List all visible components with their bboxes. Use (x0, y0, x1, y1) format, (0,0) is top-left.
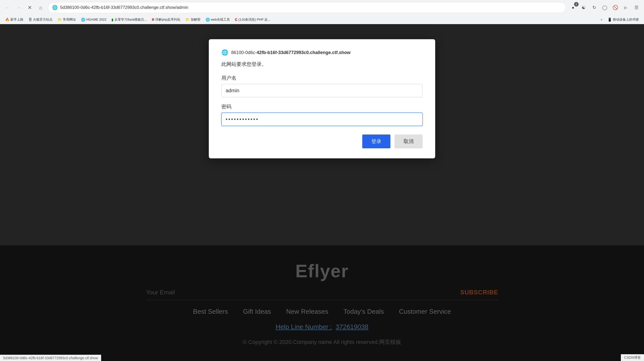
menu-button[interactable]: ☰ (632, 3, 641, 12)
bookmark-icon-changyong: 📁 (58, 18, 62, 22)
bookmark-icon-flask: ▮ (111, 18, 113, 22)
dialog-subtitle: 此网站要求您登录。 (221, 61, 423, 68)
bookmark-label-huohu: 火狐官方站点 (33, 17, 53, 22)
bookmark-icon-mobile: 📱 (608, 18, 612, 22)
address-bar[interactable]: 🌐 5d386100-0d6c-42fb-b16f-33d6772993c0.c… (48, 2, 566, 13)
dialog-header: 🌐 86100-0d6c-42fb-b16f-33d6772993c0.chal… (221, 49, 423, 56)
extra-button[interactable]: ▶ (621, 3, 630, 12)
dialog-overlay: 🌐 86100-0d6c-42fb-b16f-33d6772993c0.chal… (0, 24, 644, 361)
page-content: Eflyer SUBSCRIBE Best Sellers Gift Ideas… (0, 24, 644, 361)
history-button[interactable]: ↻ (590, 3, 599, 12)
bookmark-csdn[interactable]: C (116条消息) PHP 反... (233, 16, 272, 23)
dialog-domain-bold: 42fb-b16f-33d6772993c0.challenge.ctf.sho… (257, 50, 350, 55)
bookmark-mobile[interactable]: 📱 移动设备上的书签 (606, 16, 641, 23)
csdn-blog-label: CSDN博客 (621, 354, 644, 361)
block-button[interactable]: 🚫 (611, 3, 620, 12)
browser-chrome: ← → ✕ ⌂ 🌐 5d386100-0d6c-42fb-b16f-33d677… (0, 0, 644, 24)
bookmarks-more-button[interactable]: » (599, 17, 605, 22)
nav-buttons: ← → ✕ ⌂ (3, 3, 45, 12)
bookmark-icon-hgame: 🌐 (81, 18, 85, 22)
dialog-domain-prefix: 86100-0d6c- (231, 50, 257, 55)
dialog-globe-icon: 🌐 (221, 49, 228, 56)
badge-count: 8 (574, 2, 579, 7)
username-label: 用户名 (221, 75, 423, 81)
password-input[interactable] (221, 113, 423, 126)
back-button[interactable]: ← (3, 3, 12, 12)
bookmark-label-php: 详解php反序列化 (155, 17, 180, 22)
bookmark-label-mobile: 移动设备上的书签 (613, 17, 639, 22)
bookmark-icon-xinshoushanlu: 🔥 (5, 18, 9, 22)
bookmark-icon-huohu: 🗄 (28, 18, 32, 22)
bookmark-icon-php: B (152, 18, 154, 21)
bookmark-flask[interactable]: ▮ 从零学习flask模板注... (109, 16, 149, 23)
password-label: 密码 (221, 103, 423, 110)
bookmark-icon-csdn: C (235, 18, 237, 22)
bookmark-icon-webtools: 🌐 (206, 18, 210, 22)
login-button[interactable]: 登录 (362, 134, 390, 148)
sync-button[interactable]: ◯ (600, 3, 609, 12)
status-bar: 5d386100-0d6c-42fb-b16f-33d6772993c0.cha… (0, 355, 101, 361)
auth-dialog: 🌐 86100-0d6c-42fb-b16f-33d6772993c0.chal… (209, 39, 435, 158)
bookmark-jiemi[interactable]: 📁 加解密 (183, 16, 203, 23)
bookmark-hgame[interactable]: 🌐 HGAME 2022 (79, 17, 108, 23)
home-button[interactable]: ⌂ (36, 3, 45, 12)
browser-toolbar: ← → ✕ ⌂ 🌐 5d386100-0d6c-42fb-b16f-33d677… (0, 0, 644, 15)
username-input[interactable] (221, 84, 423, 97)
forward-button[interactable]: → (14, 3, 23, 12)
close-button[interactable]: ✕ (25, 3, 34, 12)
bookmark-label-csdn: (116条消息) PHP 反... (238, 17, 270, 22)
extension-icon: ● (572, 5, 575, 10)
bookmark-label-flask: 从零学习flask模板注... (114, 17, 147, 22)
globe-icon: 🌐 (52, 5, 58, 10)
bookmark-label-webtools: web在线工具 (211, 17, 230, 22)
cancel-button[interactable]: 取消 (394, 134, 423, 148)
bookmark-huohu[interactable]: 🗄 火狐官方站点 (26, 16, 55, 23)
bookmark-label-jiemi: 加解密 (191, 17, 200, 22)
bookmark-php[interactable]: B 详解php反序列化 (150, 16, 182, 23)
bookmarks-bar: 🔥 新手上路 🗄 火狐官方站点 📁 常用网址 🌐 HGAME 2022 ▮ 从零… (0, 15, 644, 24)
browser-actions: ● 8 ☯ ↻ ◯ 🚫 ▶ ☰ (569, 3, 641, 12)
url-input[interactable]: 5d386100-0d6c-42fb-b16f-33d6772993c0.cha… (60, 5, 562, 10)
bookmark-label-xinshoushanlu: 新手上路 (10, 17, 23, 22)
dialog-domain: 86100-0d6c-42fb-b16f-33d6772993c0.challe… (231, 50, 350, 55)
extensions-button[interactable]: ☯ (579, 3, 588, 12)
bookmark-webtools[interactable]: 🌐 web在线工具 (204, 16, 232, 23)
bookmark-label-hgame: HGAME 2022 (86, 18, 106, 21)
bookmark-xinshoushanlu[interactable]: 🔥 新手上路 (3, 16, 25, 23)
bookmark-changyong[interactable]: 📁 常用网址 (56, 16, 78, 23)
extension-badge[interactable]: ● 8 (569, 3, 578, 12)
bookmark-label-changyong: 常用网址 (63, 17, 76, 22)
dialog-buttons: 登录 取消 (221, 134, 423, 148)
bookmark-icon-jiemi: 📁 (185, 18, 190, 22)
